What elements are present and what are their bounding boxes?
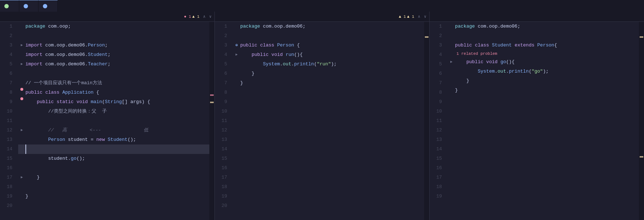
tab-bar [0, 0, 644, 12]
code-line [233, 192, 424, 201]
editor-body-3: 123 456 789 101112 131415 161718 19 pack… [430, 22, 644, 220]
fold-icon[interactable]: ▶ [236, 50, 238, 60]
code-line: ▶ // 高 <--- 低 [18, 126, 209, 135]
code-line [448, 171, 639, 180]
code-line: package com.oop.demo06; [233, 22, 424, 31]
code-line [233, 107, 424, 116]
code-line: ▶ import com.oop.demo06.Person; [18, 41, 209, 50]
code-line: } [233, 69, 424, 78]
code-line [233, 31, 424, 41]
code-area-2[interactable]: package com.oop.demo06; ⊕ public class P… [230, 22, 424, 220]
code-line: ⊕ public class Person { [233, 41, 424, 50]
line-numbers-1: 123 456 789 101112 131415 161718 1920 [0, 22, 15, 220]
scroll-gutter-2 [424, 22, 429, 220]
code-line [18, 144, 209, 154]
code-line [233, 88, 424, 97]
code-line [448, 180, 639, 190]
line-numbers-2: 123 456 789 101112 131415 161718 1920 [215, 22, 230, 220]
inline-error-text: 1 related problem [456, 50, 497, 57]
fold-icon[interactable]: ▶ [21, 41, 23, 50]
tab-icon-2 [24, 4, 28, 8]
code-line: package com.oop; [18, 22, 209, 31]
chevron-up-1[interactable]: ∧ [203, 14, 206, 19]
editors-container: ● 1 ▲ 1 ∧ ∨ 123 456 789 101112 131415 16… [0, 12, 644, 220]
inline-error-line: 1 related problem [448, 50, 639, 57]
code-line: package com.oop.demo06; [448, 22, 639, 31]
fold-icon[interactable]: ▶ [21, 173, 23, 182]
scroll-gutter-1 [209, 22, 214, 220]
code-line [233, 173, 424, 182]
code-line [18, 182, 209, 192]
code-line [448, 123, 639, 133]
code-line [233, 144, 424, 154]
fold-icon[interactable]: ▶ [21, 126, 23, 135]
tab-student-java[interactable] [39, 0, 58, 12]
tab-icon-1 [4, 4, 9, 8]
code-line [448, 133, 639, 142]
fold-icon[interactable]: ▶ [21, 60, 23, 69]
code-line [233, 182, 424, 192]
code-line [448, 114, 639, 123]
editor-header-3 [430, 12, 644, 22]
code-line [233, 163, 424, 173]
tab-person-java[interactable] [19, 0, 39, 12]
code-line [233, 135, 424, 144]
editor-body-1: 123 456 789 101112 131415 161718 1920 pa… [0, 22, 214, 220]
editor-header-2: ▲ 1 ▲ 1 ∧ ∨ [215, 12, 429, 22]
code-line [18, 116, 209, 126]
warn-dot-2b: ▲ 1 [407, 15, 414, 19]
code-line: } [448, 76, 639, 86]
code-line: } [233, 78, 424, 88]
search-icon-inline: ⊕ [235, 41, 238, 50]
warn-dot-2a: ▲ 1 [399, 15, 406, 19]
code-line: Person student = new Student(); [18, 135, 209, 144]
code-line [233, 97, 424, 107]
code-line: } [18, 192, 209, 201]
code-line [18, 201, 209, 211]
code-line [233, 154, 424, 163]
code-line: ▶ } [18, 173, 209, 182]
code-line: public class Student extends Person{ [448, 41, 639, 50]
tab-icon-3 [43, 4, 47, 8]
code-line: } [448, 86, 639, 95]
error-dot-1: ● 1 [184, 15, 191, 19]
error-badge-1: ● 1 ▲ 1 [184, 15, 200, 19]
code-line: public class Application { [18, 88, 209, 97]
code-line: student.go(); [18, 154, 209, 163]
warn-badge-2: ▲ 1 ▲ 1 [399, 15, 414, 19]
editor-body-2: 123 456 789 101112 131415 161718 1920 pa… [215, 22, 429, 220]
editor-header-1: ● 1 ▲ 1 ∧ ∨ [0, 12, 214, 22]
breakpoint-2 [20, 97, 23, 100]
code-line: ▶ public void run(){ [233, 50, 424, 60]
code-line [448, 142, 639, 152]
code-line [18, 69, 209, 78]
code-line [18, 163, 209, 173]
code-line [448, 190, 639, 199]
line-numbers-3: 123 456 789 101112 131415 161718 19 [430, 22, 445, 220]
chevron-down-2[interactable]: ∨ [424, 14, 426, 19]
scroll-gutter-3 [639, 22, 644, 220]
code-area-3[interactable]: package com.oop.demo06; public class Stu… [445, 22, 639, 220]
chevron-up-2[interactable]: ∧ [418, 14, 420, 19]
code-line [18, 31, 209, 41]
code-line [448, 199, 639, 208]
code-line [448, 31, 639, 41]
editor-pane-3: 123 456 789 101112 131415 161718 19 pack… [430, 12, 644, 220]
tab-application-java[interactable] [0, 0, 19, 12]
warn-dot-1: ▲ 1 [192, 15, 200, 19]
code-area-1[interactable]: package com.oop; ▶ import com.oop.demo06… [15, 22, 209, 220]
code-line: import com.oop.demo06.Student; [18, 50, 209, 60]
chevron-down-1[interactable]: ∨ [209, 14, 212, 19]
editor-pane-1: ● 1 ▲ 1 ∧ ∨ 123 456 789 101112 131415 16… [0, 12, 215, 220]
code-line [448, 152, 639, 161]
code-line [448, 95, 639, 105]
code-line [233, 116, 424, 126]
code-line: //类型之间的转换：父 子 [18, 107, 209, 116]
code-line [448, 105, 639, 114]
fold-icon[interactable]: ▶ [450, 57, 452, 67]
code-line: ▶ public void go(){ [448, 57, 639, 67]
breakpoint-1 [20, 88, 23, 91]
code-line: ▶ import com.oop.demo06.Teacher; [18, 60, 209, 69]
code-line [448, 161, 639, 171]
code-line: System.out.println("run"); [233, 60, 424, 69]
